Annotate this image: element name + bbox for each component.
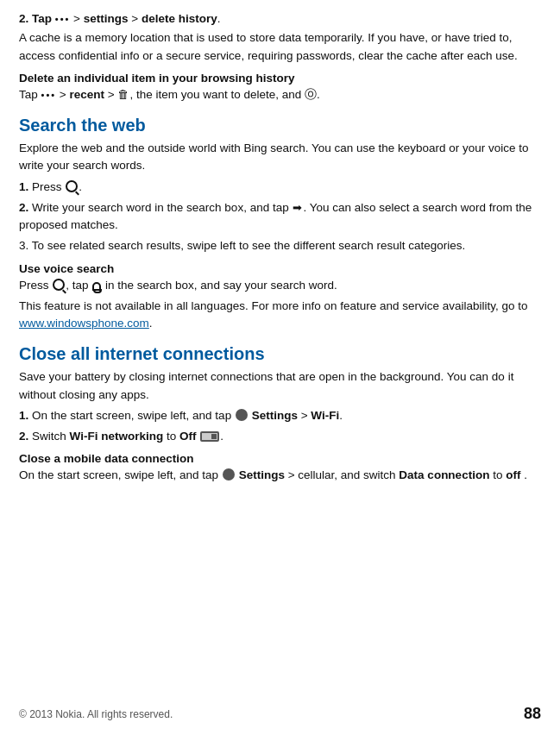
mic-icon: [92, 282, 101, 291]
close-intro: Save your battery by closing internet co…: [19, 368, 541, 404]
mobile-data-title: Close a mobile data connection: [19, 452, 541, 465]
close-step2: 2. Switch Wi-Fi networking to Off .: [19, 428, 541, 445]
page-number: 88: [524, 705, 541, 723]
delete-individual-body: Tap ••• > recent > 🗑, the item you want …: [19, 86, 541, 104]
footer: © 2013 Nokia. All rights reserved. 88: [19, 705, 541, 723]
search-icon-voice: [53, 279, 65, 291]
step2-rest: > settings > delete history.: [73, 12, 220, 25]
voice-search-note: This feature is not available in all lan…: [19, 298, 541, 333]
search-step3: 3. To see related search results, swipe …: [19, 237, 541, 254]
search-icon-step1: [66, 180, 78, 192]
close-step1: 1. On the start screen, swipe left, and …: [19, 407, 541, 424]
windowsphone-link[interactable]: www.windowsphone.com: [19, 317, 149, 330]
toggle-off-icon: [200, 431, 219, 442]
arrow-icon: ➡: [293, 199, 302, 217]
search-intro: Explore the web and the outside world wi…: [19, 140, 541, 175]
cache-para: A cache is a memory location that is use…: [19, 29, 541, 65]
settings-icon-1: [236, 409, 248, 421]
voice-search-title: Use voice search: [19, 262, 541, 275]
delete-individual-title: Delete an individual item in your browsi…: [19, 72, 541, 85]
settings-icon-2: [223, 468, 235, 481]
step2-number: 2. Tap: [19, 12, 52, 25]
close-section-title: Close all internet connections: [19, 344, 541, 364]
mobile-data-body: On the start screen, swipe left, and tap…: [19, 467, 541, 484]
step2-dots: •••: [55, 12, 71, 27]
search-step2: 2. Write your search word in the search …: [19, 199, 541, 235]
search-section-title: Search the web: [19, 116, 541, 135]
copyright: © 2013 Nokia. All rights reserved.: [19, 708, 173, 720]
top-step2: 2. Tap ••• > settings > delete history.: [19, 10, 541, 28]
search-step1: 1. Press .: [19, 179, 541, 196]
voice-search-body: Press , tap in the search box, and say y…: [19, 277, 541, 294]
